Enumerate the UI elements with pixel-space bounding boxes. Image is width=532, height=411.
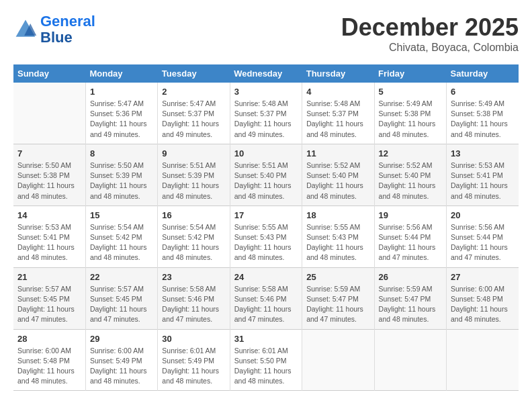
day-info: Sunrise: 5:59 AM Sunset: 5:47 PM Dayligh… xyxy=(306,284,369,325)
calendar-cell: 18Sunrise: 5:55 AM Sunset: 5:43 PM Dayli… xyxy=(302,205,374,267)
day-info: Sunrise: 5:51 AM Sunset: 5:40 PM Dayligh… xyxy=(234,161,298,201)
calendar-cell: 31Sunrise: 6:01 AM Sunset: 5:50 PM Dayli… xyxy=(230,329,302,391)
calendar-cell: 23Sunrise: 5:58 AM Sunset: 5:46 PM Dayli… xyxy=(158,267,230,329)
day-info: Sunrise: 5:54 AM Sunset: 5:42 PM Dayligh… xyxy=(90,222,153,263)
calendar-cell: 28Sunrise: 6:00 AM Sunset: 5:48 PM Dayli… xyxy=(13,329,85,391)
day-number: 26 xyxy=(379,272,442,282)
day-info: Sunrise: 5:59 AM Sunset: 5:47 PM Dayligh… xyxy=(379,284,442,325)
calendar-cell: 19Sunrise: 5:56 AM Sunset: 5:44 PM Dayli… xyxy=(374,205,446,267)
day-number: 21 xyxy=(17,272,81,282)
day-number: 11 xyxy=(306,148,369,158)
day-number: 12 xyxy=(379,148,442,158)
calendar-cell xyxy=(13,83,85,144)
calendar-cell: 3Sunrise: 5:48 AM Sunset: 5:37 PM Daylig… xyxy=(230,83,302,144)
calendar-body: 1Sunrise: 5:47 AM Sunset: 5:36 PM Daylig… xyxy=(13,83,519,391)
calendar-cell xyxy=(447,329,519,391)
calendar-cell: 20Sunrise: 5:56 AM Sunset: 5:44 PM Dayli… xyxy=(447,205,519,267)
day-info: Sunrise: 6:01 AM Sunset: 5:49 PM Dayligh… xyxy=(162,346,225,387)
day-info: Sunrise: 5:55 AM Sunset: 5:43 PM Dayligh… xyxy=(234,222,298,263)
day-number: 25 xyxy=(306,272,369,282)
weekday-header-friday: Friday xyxy=(374,64,446,83)
day-number: 17 xyxy=(234,210,298,220)
calendar-cell: 8Sunrise: 5:50 AM Sunset: 5:39 PM Daylig… xyxy=(85,144,157,205)
calendar-cell: 26Sunrise: 5:59 AM Sunset: 5:47 PM Dayli… xyxy=(374,267,446,329)
day-number: 27 xyxy=(451,272,515,282)
day-info: Sunrise: 5:57 AM Sunset: 5:45 PM Dayligh… xyxy=(17,284,81,325)
day-number: 3 xyxy=(234,87,298,97)
day-number: 22 xyxy=(90,272,153,282)
calendar-header: SundayMondayTuesdayWednesdayThursdayFrid… xyxy=(13,64,519,83)
day-number: 30 xyxy=(162,334,225,344)
day-number: 20 xyxy=(451,210,515,220)
day-number: 9 xyxy=(162,148,225,158)
calendar-cell: 10Sunrise: 5:51 AM Sunset: 5:40 PM Dayli… xyxy=(230,144,302,205)
page-header: General Blue December 2025 Chivata, Boya… xyxy=(13,13,519,54)
calendar-week-row: 14Sunrise: 5:53 AM Sunset: 5:41 PM Dayli… xyxy=(13,205,519,267)
day-number: 4 xyxy=(306,87,369,97)
calendar-cell: 17Sunrise: 5:55 AM Sunset: 5:43 PM Dayli… xyxy=(230,205,302,267)
calendar-cell: 24Sunrise: 5:58 AM Sunset: 5:46 PM Dayli… xyxy=(230,267,302,329)
day-number: 16 xyxy=(162,210,225,220)
calendar-cell: 25Sunrise: 5:59 AM Sunset: 5:47 PM Dayli… xyxy=(302,267,374,329)
logo-icon xyxy=(13,17,38,42)
calendar-cell: 22Sunrise: 5:57 AM Sunset: 5:45 PM Dayli… xyxy=(85,267,157,329)
day-number: 1 xyxy=(90,87,153,97)
calendar-cell: 14Sunrise: 5:53 AM Sunset: 5:41 PM Dayli… xyxy=(13,205,85,267)
weekday-header-tuesday: Tuesday xyxy=(158,64,230,83)
day-number: 31 xyxy=(234,334,298,344)
day-number: 19 xyxy=(379,210,442,220)
day-info: Sunrise: 6:01 AM Sunset: 5:50 PM Dayligh… xyxy=(234,346,298,387)
day-info: Sunrise: 6:00 AM Sunset: 5:48 PM Dayligh… xyxy=(451,284,515,325)
calendar-cell: 30Sunrise: 6:01 AM Sunset: 5:49 PM Dayli… xyxy=(158,329,230,391)
day-number: 7 xyxy=(17,148,81,158)
day-info: Sunrise: 5:58 AM Sunset: 5:46 PM Dayligh… xyxy=(234,284,298,325)
calendar-week-row: 21Sunrise: 5:57 AM Sunset: 5:45 PM Dayli… xyxy=(13,267,519,329)
day-number: 10 xyxy=(234,148,298,158)
calendar-cell: 5Sunrise: 5:49 AM Sunset: 5:38 PM Daylig… xyxy=(374,83,446,144)
day-number: 24 xyxy=(234,272,298,282)
calendar-cell: 21Sunrise: 5:57 AM Sunset: 5:45 PM Dayli… xyxy=(13,267,85,329)
day-info: Sunrise: 5:57 AM Sunset: 5:45 PM Dayligh… xyxy=(90,284,153,325)
calendar-cell xyxy=(374,329,446,391)
calendar-cell: 4Sunrise: 5:48 AM Sunset: 5:37 PM Daylig… xyxy=(302,83,374,144)
location-subtitle: Chivata, Boyaca, Colombia xyxy=(341,42,519,54)
day-info: Sunrise: 6:00 AM Sunset: 5:48 PM Dayligh… xyxy=(17,346,81,387)
calendar-week-row: 28Sunrise: 6:00 AM Sunset: 5:48 PM Dayli… xyxy=(13,329,519,391)
calendar-week-row: 7Sunrise: 5:50 AM Sunset: 5:38 PM Daylig… xyxy=(13,144,519,205)
day-info: Sunrise: 5:48 AM Sunset: 5:37 PM Dayligh… xyxy=(306,99,369,140)
calendar-cell: 27Sunrise: 6:00 AM Sunset: 5:48 PM Dayli… xyxy=(447,267,519,329)
day-info: Sunrise: 5:53 AM Sunset: 5:41 PM Dayligh… xyxy=(17,222,81,263)
weekday-header-thursday: Thursday xyxy=(302,64,374,83)
day-info: Sunrise: 5:49 AM Sunset: 5:38 PM Dayligh… xyxy=(379,99,442,140)
day-number: 8 xyxy=(90,148,153,158)
day-number: 28 xyxy=(17,334,81,344)
weekday-header-sunday: Sunday xyxy=(13,64,85,83)
day-info: Sunrise: 5:52 AM Sunset: 5:40 PM Dayligh… xyxy=(306,161,369,201)
calendar-cell: 29Sunrise: 6:00 AM Sunset: 5:49 PM Dayli… xyxy=(85,329,157,391)
day-info: Sunrise: 5:53 AM Sunset: 5:41 PM Dayligh… xyxy=(451,161,515,201)
calendar-cell: 1Sunrise: 5:47 AM Sunset: 5:36 PM Daylig… xyxy=(85,83,157,144)
day-info: Sunrise: 5:56 AM Sunset: 5:44 PM Dayligh… xyxy=(379,222,442,263)
day-info: Sunrise: 5:50 AM Sunset: 5:38 PM Dayligh… xyxy=(17,161,81,201)
day-number: 23 xyxy=(162,272,225,282)
calendar-cell: 11Sunrise: 5:52 AM Sunset: 5:40 PM Dayli… xyxy=(302,144,374,205)
day-number: 18 xyxy=(306,210,369,220)
day-number: 29 xyxy=(90,334,153,344)
day-info: Sunrise: 5:55 AM Sunset: 5:43 PM Dayligh… xyxy=(306,222,369,263)
day-info: Sunrise: 6:00 AM Sunset: 5:49 PM Dayligh… xyxy=(90,346,153,387)
day-number: 2 xyxy=(162,87,225,97)
day-info: Sunrise: 5:47 AM Sunset: 5:36 PM Dayligh… xyxy=(90,99,153,140)
logo-text: General Blue xyxy=(40,13,95,46)
weekday-header-monday: Monday xyxy=(85,64,157,83)
calendar-table: SundayMondayTuesdayWednesdayThursdayFrid… xyxy=(13,64,519,391)
day-number: 5 xyxy=(379,87,442,97)
day-info: Sunrise: 5:56 AM Sunset: 5:44 PM Dayligh… xyxy=(451,222,515,263)
logo: General Blue xyxy=(13,13,95,46)
day-info: Sunrise: 5:58 AM Sunset: 5:46 PM Dayligh… xyxy=(162,284,225,325)
day-info: Sunrise: 5:50 AM Sunset: 5:39 PM Dayligh… xyxy=(90,161,153,201)
weekday-header-wednesday: Wednesday xyxy=(230,64,302,83)
title-area: December 2025 Chivata, Boyaca, Colombia xyxy=(341,13,519,54)
weekday-header-saturday: Saturday xyxy=(447,64,519,83)
day-number: 13 xyxy=(451,148,515,158)
day-number: 14 xyxy=(17,210,81,220)
